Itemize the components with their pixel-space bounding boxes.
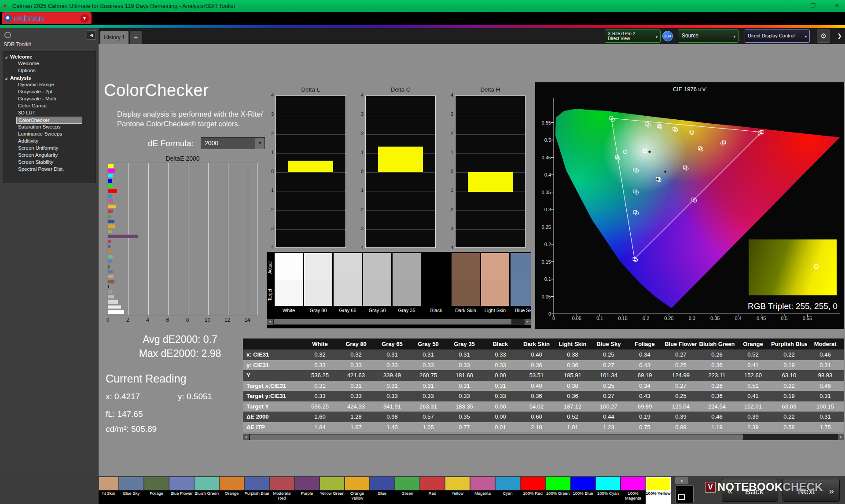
bottom-patch-ht-skin[interactable]: ht Skin — [99, 476, 119, 504]
scroll-right-icon[interactable]: ► — [838, 434, 844, 440]
axis-tick-label: 0.05 — [537, 294, 551, 299]
patch-gray-65[interactable]: Gray 65 — [334, 253, 362, 316]
de2000-bar-gray-35 — [108, 290, 112, 294]
sidebar-item-luminance-sweeps[interactable]: Luminance Sweeps — [3, 131, 96, 138]
table-cell: 1.23 — [591, 422, 627, 433]
scroll-left-icon[interactable]: ◄ — [267, 319, 273, 325]
sidebar-item-colorchecker[interactable]: ColorChecker — [16, 117, 82, 124]
scroll-left-icon[interactable]: ◄ — [243, 434, 249, 440]
tab-history-1[interactable]: History 1 — [100, 31, 129, 44]
delta-h-title: Delta H — [455, 86, 525, 93]
sidebar-item-options[interactable]: Options — [3, 67, 96, 74]
bottom-patch-red[interactable]: Red — [420, 476, 445, 504]
bottom-patch-100-green[interactable]: 100% Green — [545, 476, 570, 504]
chevron-right-icon[interactable]: ❯ — [837, 33, 842, 39]
bottom-patch-100-cyan[interactable]: 100% Cyan — [595, 476, 621, 504]
display-control-dropdown[interactable]: Direct Display Control ▼ — [745, 29, 810, 43]
table-cell: 0.35 — [446, 412, 482, 422]
bottom-patch-cyan[interactable]: Cyan — [495, 476, 520, 504]
pattern-window-button[interactable] — [675, 486, 694, 503]
scrollbar-thumb[interactable] — [250, 434, 743, 440]
maximize-button[interactable]: ❐ — [807, 1, 819, 10]
sidebar-item-spectral-power-dist[interactable]: Spectral Power Dist. — [3, 166, 96, 173]
sidebar-item-dynamic-range[interactable]: Dynamic Range — [3, 81, 96, 88]
bottom-patch-purplish-blue[interactable]: Purplish Blue — [244, 476, 269, 504]
sidebar-item-grayscale-2pt[interactable]: Grayscale - 2pt — [3, 88, 96, 96]
bottom-patch-100-yellow[interactable]: 100% Yellow — [646, 476, 671, 504]
table-cell: 0.34 — [627, 381, 663, 391]
sidebar-item-screen-stability[interactable]: Screen Stability — [3, 159, 96, 166]
table-cell: 54.02 — [518, 401, 555, 412]
bottom-patch-bluish-green[interactable]: Bluish Green — [194, 476, 219, 504]
source-label: Source — [682, 33, 698, 39]
settings-gear-button[interactable]: ⚙ — [817, 29, 830, 43]
bottom-patch-blue-flower[interactable]: Blue Flower — [169, 476, 194, 504]
patch-light-skin[interactable]: Light Skin — [481, 253, 509, 316]
bottom-patch-magenta[interactable]: Magenta — [470, 476, 495, 504]
axis-tick-label: -2 — [445, 207, 453, 212]
sidebar-item-color-gamut[interactable]: Color Gamut — [3, 103, 96, 110]
patch-black[interactable]: Black — [422, 253, 450, 316]
bottom-patch-green[interactable]: Green — [395, 476, 420, 504]
bottom-patch-100-magenta[interactable]: 100% Magenta — [621, 476, 646, 504]
bottom-patch-blue[interactable]: Blue — [370, 476, 395, 504]
expander-icon: ◢ — [5, 75, 7, 82]
sidebar-item-grayscale-multi[interactable]: Grayscale - Multi — [3, 96, 96, 103]
bottom-patch-moderate-red[interactable]: Moderate Red — [269, 476, 294, 504]
source-dropdown[interactable]: Source ▼ — [678, 29, 738, 43]
table-scrollbar[interactable]: ◄ ► — [243, 434, 844, 440]
tree-group-analysis[interactable]: ◢Analysis — [3, 74, 96, 81]
table-cell: 0.46 — [807, 349, 843, 360]
calman-logo[interactable]: calman ▼ — [2, 12, 92, 24]
patch-swatch — [295, 477, 319, 490]
back-button[interactable]: « Back — [722, 479, 778, 502]
up-chevron-button[interactable]: ▲ — [675, 477, 688, 484]
bottom-patch-orange-yellow[interactable]: Orange Yellow — [345, 476, 370, 504]
sidebar-collapse-button[interactable]: ◀ — [87, 30, 96, 40]
axis-tick-label: 10 — [203, 317, 212, 323]
axis-tick-label: 4 — [355, 92, 364, 98]
de2000-bar-red — [108, 210, 113, 213]
logo-menu-chevron-icon[interactable]: ▼ — [80, 14, 89, 23]
patch-dark-skin[interactable]: Dark Skin — [452, 253, 480, 316]
patch-gray-50[interactable]: Gray 50 — [363, 253, 391, 316]
bottom-patch-yellow[interactable]: Yellow — [445, 476, 470, 504]
bottom-patch-blue-sky[interactable]: Blue Sky — [119, 476, 144, 504]
patch-blue-sky[interactable]: Blue Sky — [511, 253, 531, 316]
patch-label: Gray 50 — [363, 308, 391, 313]
sidebar-item-3d-lut[interactable]: 3D LUT — [3, 110, 96, 117]
table-cell: 0.31 — [410, 349, 446, 360]
minimize-button[interactable]: — — [783, 1, 795, 10]
next-button[interactable]: Next » — [783, 479, 840, 502]
patch-gray-80[interactable]: Gray 80 — [304, 253, 332, 316]
sidebar-item-additivity[interactable]: Additivity — [3, 138, 96, 145]
bottom-patch-foliage[interactable]: Foliage — [144, 476, 169, 504]
tree-group-welcome[interactable]: ◢Welcome — [3, 53, 96, 60]
table-cell: 0.36 — [518, 360, 555, 371]
de-formula-dropdown[interactable]: 2000 ▼ — [201, 137, 265, 149]
column-header-gray-65: Gray 65 — [374, 338, 410, 349]
bottom-patch-purple[interactable]: Purple — [294, 476, 320, 504]
table-cell: 0.31 — [338, 381, 374, 391]
scrollbar-thumb[interactable] — [274, 319, 511, 324]
add-tab-button[interactable]: + — [130, 31, 142, 44]
patch-gray-35[interactable]: Gray 35 — [393, 253, 421, 316]
meter-dropdown[interactable]: X-Rite i1Pro 2 Direct View ▼ — [605, 29, 661, 43]
scroll-right-icon[interactable]: ► — [525, 319, 531, 325]
patch-label: Moderate Red — [269, 490, 294, 504]
patch-target-swatch — [511, 280, 531, 306]
patch-swatch — [119, 477, 143, 490]
patch-viewer-scrollbar[interactable]: ◄ ► — [267, 319, 531, 325]
bottom-patch-100-red[interactable]: 100% Red — [520, 476, 545, 504]
axis-tick-label: 0.5 — [778, 316, 791, 321]
bottom-patch-100-blue[interactable]: 100% Blue — [570, 476, 595, 504]
patch-white[interactable]: White — [275, 253, 303, 316]
bottom-patch-yellow-green[interactable]: Yellow Green — [320, 476, 345, 504]
sidebar-item-saturation-sweeps[interactable]: Saturation Sweeps — [3, 124, 96, 131]
sidebar-item-welcome[interactable]: Welcome — [3, 60, 96, 67]
sidebar-item-screen-uniformity[interactable]: Screen Uniformity — [3, 145, 96, 152]
sidebar-item-screen-angularity[interactable]: Screen Angularity — [3, 152, 96, 159]
close-button[interactable]: ✕ — [831, 1, 843, 10]
table-cell: 0.77 — [446, 422, 482, 433]
bottom-patch-orange[interactable]: Orange — [219, 476, 244, 504]
